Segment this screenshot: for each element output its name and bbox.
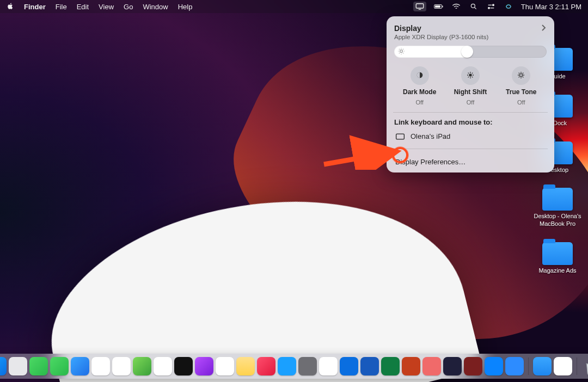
menubar-item-view[interactable]: View <box>99 3 114 11</box>
svg-rect-2 <box>442 6 443 8</box>
link-section-label: Link keyboard and mouse to: <box>394 118 547 126</box>
dock-app-zoom[interactable] <box>505 357 524 375</box>
dock-app-facetime[interactable] <box>50 357 69 375</box>
dock-app-ppt[interactable] <box>402 357 420 375</box>
display-panel-subtitle: Apple XDR Display (P3-1600 nits) <box>394 34 488 40</box>
display-status-icon[interactable] <box>413 2 426 11</box>
dock-app-safari[interactable] <box>112 357 131 375</box>
dock-separator <box>528 358 529 375</box>
wifi-status-icon[interactable] <box>451 2 461 11</box>
trash-icon[interactable] <box>581 357 588 375</box>
link-device-name: Olena's iPad <box>411 132 450 140</box>
menubar-item-help[interactable]: Help <box>178 3 193 11</box>
dock-app-download-stack[interactable] <box>554 357 572 375</box>
desktop-folder[interactable]: Magazine Ads <box>531 242 584 275</box>
control-center-icon[interactable] <box>486 2 496 11</box>
dock-app-notes[interactable] <box>236 357 255 375</box>
true-tone-icon <box>517 71 525 81</box>
dock-app-music[interactable] <box>257 357 275 375</box>
brightness-slider-thumb[interactable] <box>461 46 473 58</box>
svg-rect-0 <box>416 4 424 8</box>
dock-app-slack[interactable] <box>319 357 338 375</box>
desktop-folder-label: Desktop - Olena's MacBook Pro <box>532 213 583 228</box>
svg-point-10 <box>469 73 471 76</box>
display-control-panel: Display Apple XDR Display (P3-1600 nits)… <box>387 16 554 172</box>
dock-app-downloads[interactable] <box>533 357 552 375</box>
brightness-slider[interactable] <box>394 46 547 58</box>
display-panel-title: Display <box>394 24 488 33</box>
dock-app-tv[interactable] <box>174 357 193 375</box>
dock-app-reminders[interactable] <box>154 357 172 375</box>
dock-app-excel[interactable] <box>381 357 400 375</box>
menubar-app[interactable]: Finder <box>24 3 46 11</box>
svg-point-8 <box>400 50 403 53</box>
display-preferences-link[interactable]: Display Preferences… <box>394 155 547 168</box>
siri-icon[interactable] <box>504 2 513 11</box>
svg-rect-3 <box>435 5 440 8</box>
link-device-row[interactable]: Olena's iPad <box>394 131 547 142</box>
dock <box>0 354 588 379</box>
dark-mode-icon <box>415 71 424 81</box>
dock-app-settings[interactable] <box>298 357 317 375</box>
menubar-item-file[interactable]: File <box>56 3 67 11</box>
annotation-arrow-icon <box>321 126 403 170</box>
menubar-item-go[interactable]: Go <box>124 3 133 11</box>
spotlight-icon[interactable] <box>469 2 479 11</box>
chevron-right-icon[interactable] <box>541 24 547 33</box>
dock-separator <box>577 358 577 375</box>
battery-status-icon[interactable] <box>434 2 444 11</box>
menubar-item-window[interactable]: Window <box>143 3 168 11</box>
dock-app-messages[interactable] <box>29 357 48 375</box>
night-shift-toggle[interactable]: Night Shift Off <box>446 66 495 106</box>
dock-app-asana[interactable] <box>422 357 441 375</box>
dock-app-launchpad[interactable] <box>9 357 27 375</box>
desktop-folder-label: Magazine Ads <box>538 267 576 275</box>
dock-app-dictionary[interactable] <box>464 357 482 375</box>
dock-app-finder[interactable] <box>0 357 7 375</box>
brightness-icon <box>397 47 405 57</box>
dark-mode-toggle[interactable]: Dark Mode Off <box>395 66 444 106</box>
dock-app-appstore[interactable] <box>278 357 296 375</box>
menubar: Finder File Edit View Go Window Help Thu… <box>0 0 588 13</box>
svg-line-13 <box>324 152 392 164</box>
svg-point-11 <box>520 73 523 76</box>
menubar-datetime[interactable]: Thu Mar 3 2:11 PM <box>521 3 581 11</box>
dock-app-outlook[interactable] <box>340 357 358 375</box>
dock-app-calendar[interactable] <box>216 357 234 375</box>
dock-app-podcasts[interactable] <box>195 357 213 375</box>
apple-menu-icon[interactable] <box>7 2 14 11</box>
svg-point-6 <box>488 7 489 9</box>
svg-point-4 <box>471 4 475 8</box>
dock-app-maps[interactable] <box>133 357 151 375</box>
dock-app-aftereffects[interactable] <box>443 357 462 375</box>
dock-app-photos[interactable] <box>91 357 110 375</box>
dock-app-word[interactable] <box>360 357 379 375</box>
dock-app-mail[interactable] <box>71 357 89 375</box>
menubar-item-edit[interactable]: Edit <box>77 3 89 11</box>
dock-app-1password[interactable] <box>485 357 503 375</box>
desktop-folder[interactable]: Desktop - Olena's MacBook Pro <box>531 188 584 228</box>
svg-point-5 <box>492 4 494 6</box>
true-tone-toggle[interactable]: True Tone Off <box>497 66 546 106</box>
night-shift-icon <box>466 71 475 81</box>
